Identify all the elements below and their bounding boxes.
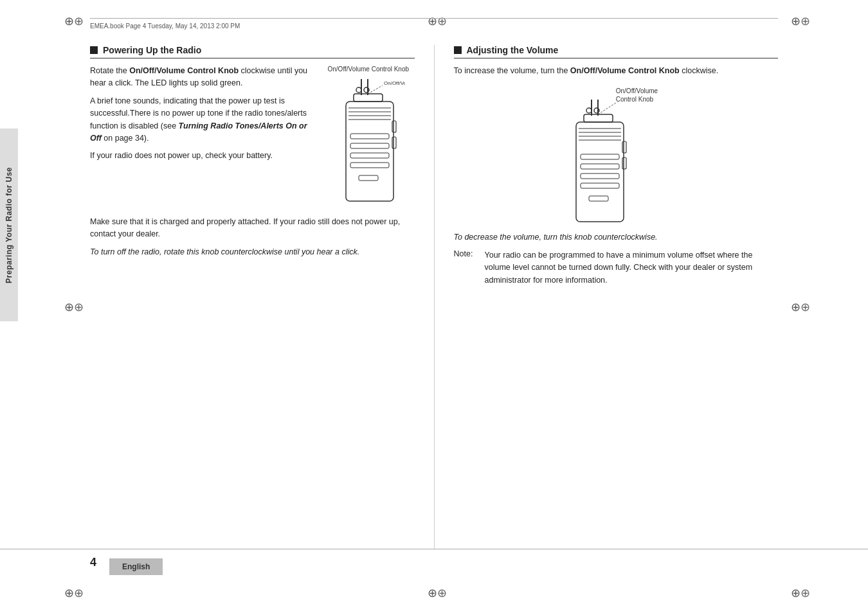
left-italic1: To turn off the radio, rotate this knob … xyxy=(90,246,415,258)
left-section-heading: Powering Up the Radio xyxy=(90,45,415,58)
left-para2: A brief tone sounds, indicating that the… xyxy=(90,95,318,145)
right-heading-text: Adjusting the Volume xyxy=(467,45,559,55)
radio-illustration-right xyxy=(565,96,635,231)
radio-illustration-left: On/Off/Volume Control Knob xyxy=(334,76,405,211)
note-block: Note: Your radio can be programmed to ha… xyxy=(454,249,779,287)
sidebar-tab-text: Preparing Your Radio for Use xyxy=(5,167,14,283)
svg-rect-12 xyxy=(350,134,389,139)
left-callout-label: On/Off/Volume Control Knob xyxy=(328,65,411,73)
right-image-container: On/Off/Volume Control Knob xyxy=(454,84,779,225)
bottom-area: 4 English xyxy=(0,549,868,613)
svg-rect-35 xyxy=(589,196,608,201)
svg-rect-15 xyxy=(350,163,389,168)
heading-icon-left xyxy=(90,46,98,54)
right-para1: To increase the volume, turn the On/Off/… xyxy=(454,65,779,77)
right-section-heading: Adjusting the Volume xyxy=(454,45,779,58)
right-radio-wrapper: On/Off/Volume Control Knob xyxy=(552,84,680,225)
svg-rect-24 xyxy=(576,122,624,222)
svg-rect-33 xyxy=(581,173,619,179)
left-image-side: On/Off/Volume Control Knob xyxy=(325,65,415,211)
sidebar-tab: Preparing Your Radio for Use xyxy=(0,129,18,321)
language-tab: English xyxy=(109,558,163,575)
left-para3: If your radio does not power up, check y… xyxy=(90,150,318,162)
svg-rect-29 xyxy=(622,141,626,153)
left-para1: Rotate the On/Off/Volume Control Knob cl… xyxy=(90,65,318,90)
svg-line-36 xyxy=(598,103,616,114)
left-column: Powering Up the Radio Rotate the On/Off/… xyxy=(90,45,435,549)
header-text: EMEA.book Page 4 Tuesday, May 14, 2013 2… xyxy=(90,22,240,30)
left-heading-text: Powering Up the Radio xyxy=(103,45,201,55)
svg-rect-32 xyxy=(581,164,619,169)
svg-point-22 xyxy=(586,108,592,113)
page-number: 4 xyxy=(90,556,96,569)
left-text-image-row: Rotate the On/Off/Volume Control Knob cl… xyxy=(90,65,415,211)
right-column: Adjusting the Volume To increase the vol… xyxy=(435,45,779,549)
svg-rect-34 xyxy=(581,183,619,188)
left-para4: Make sure that it is charged and properl… xyxy=(90,216,415,241)
note-label: Note: xyxy=(454,249,480,287)
svg-text:On/Off/Volume Control Knob: On/Off/Volume Control Knob xyxy=(384,80,405,86)
reg-mark-top-right: ⊕ xyxy=(791,14,804,27)
main-content: Powering Up the Radio Rotate the On/Off/… xyxy=(90,45,778,549)
svg-line-17 xyxy=(368,85,383,94)
svg-rect-13 xyxy=(350,143,389,148)
reg-mark-top-left: ⊕ xyxy=(64,14,77,27)
svg-rect-11 xyxy=(392,137,396,148)
svg-rect-5 xyxy=(346,102,393,201)
reg-mark-mid-right: ⊕ xyxy=(791,300,804,313)
page-header: EMEA.book Page 4 Tuesday, May 14, 2013 2… xyxy=(90,18,778,31)
svg-rect-16 xyxy=(359,175,378,181)
left-text-side: Rotate the On/Off/Volume Control Knob cl… xyxy=(90,65,318,211)
note-text: Your radio can be programmed to have a m… xyxy=(485,249,779,287)
right-italic1: To decrease the volume, turn this knob c… xyxy=(454,231,779,244)
svg-rect-14 xyxy=(350,153,389,158)
reg-mark-mid-left: ⊕ xyxy=(64,300,77,313)
svg-rect-10 xyxy=(392,121,396,132)
heading-icon-right xyxy=(454,46,462,54)
svg-rect-30 xyxy=(622,157,626,169)
svg-rect-31 xyxy=(581,154,619,159)
svg-point-3 xyxy=(356,87,361,93)
